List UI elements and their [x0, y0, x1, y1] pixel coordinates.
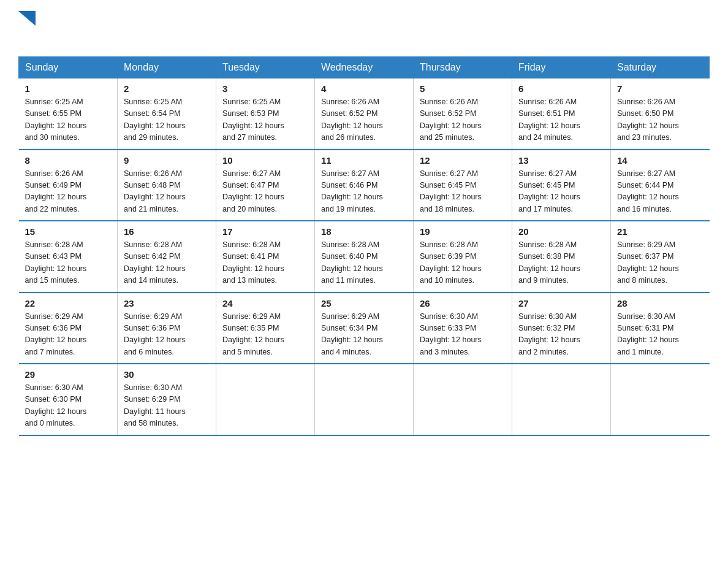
- day-number: 25: [321, 298, 407, 308]
- day-info: Sunrise: 6:30 AMSunset: 6:31 PMDaylight:…: [617, 311, 703, 359]
- day-number: 13: [518, 155, 604, 166]
- day-info: Sunrise: 6:25 AMSunset: 6:55 PMDaylight:…: [25, 96, 112, 144]
- calendar-table: SundayMondayTuesdayWednesdayThursdayFrid…: [18, 56, 710, 436]
- day-number: 12: [420, 155, 506, 166]
- day-number: 2: [124, 83, 210, 94]
- day-info: Sunrise: 6:28 AMSunset: 6:38 PMDaylight:…: [518, 239, 604, 287]
- weekday-header-thursday: Thursday: [414, 57, 512, 79]
- day-info: Sunrise: 6:26 AMSunset: 6:50 PMDaylight:…: [617, 96, 703, 144]
- day-number: 3: [222, 83, 308, 94]
- weekday-header-friday: Friday: [512, 57, 611, 79]
- calendar-cell: 26 Sunrise: 6:30 AMSunset: 6:33 PMDaylig…: [414, 293, 512, 364]
- day-number: 22: [25, 298, 112, 308]
- calendar-cell: 22 Sunrise: 6:29 AMSunset: 6:36 PMDaylig…: [19, 293, 118, 364]
- day-number: 6: [518, 83, 604, 94]
- day-number: 21: [617, 226, 703, 237]
- day-number: 17: [222, 226, 308, 237]
- calendar-cell: 12 Sunrise: 6:27 AMSunset: 6:45 PMDaylig…: [414, 150, 512, 221]
- day-number: 18: [321, 226, 407, 237]
- day-info: Sunrise: 6:26 AMSunset: 6:48 PMDaylight:…: [124, 168, 210, 216]
- calendar-cell: 2 Sunrise: 6:25 AMSunset: 6:54 PMDayligh…: [118, 79, 216, 150]
- calendar-cell: 15 Sunrise: 6:28 AMSunset: 6:43 PMDaylig…: [19, 221, 118, 293]
- day-info: Sunrise: 6:26 AMSunset: 6:51 PMDaylight:…: [518, 96, 604, 144]
- calendar-cell: [611, 364, 710, 435]
- weekday-header-row: SundayMondayTuesdayWednesdayThursdayFrid…: [19, 57, 710, 79]
- calendar-cell: 17 Sunrise: 6:28 AMSunset: 6:41 PMDaylig…: [216, 221, 315, 293]
- weekday-header-saturday: Saturday: [611, 57, 710, 79]
- calendar-cell: [216, 364, 315, 435]
- day-info: Sunrise: 6:30 AMSunset: 6:29 PMDaylight:…: [124, 382, 210, 430]
- day-number: 16: [124, 226, 210, 237]
- day-number: 14: [617, 155, 703, 166]
- day-info: Sunrise: 6:29 AMSunset: 6:37 PMDaylight:…: [617, 239, 703, 287]
- day-info: Sunrise: 6:27 AMSunset: 6:45 PMDaylight:…: [420, 168, 506, 216]
- day-number: 8: [25, 155, 112, 166]
- day-info: Sunrise: 6:28 AMSunset: 6:42 PMDaylight:…: [124, 239, 210, 287]
- logo-triangle-icon: [18, 11, 36, 26]
- day-number: 19: [420, 226, 506, 237]
- day-info: Sunrise: 6:29 AMSunset: 6:35 PMDaylight:…: [222, 311, 308, 359]
- day-number: 4: [321, 83, 407, 94]
- header: [18, 12, 710, 47]
- day-info: Sunrise: 6:28 AMSunset: 6:40 PMDaylight:…: [321, 239, 407, 287]
- calendar-cell: 21 Sunrise: 6:29 AMSunset: 6:37 PMDaylig…: [611, 221, 710, 293]
- logo-text: [18, 12, 36, 47]
- day-number: 28: [617, 298, 703, 308]
- calendar-cell: 28 Sunrise: 6:30 AMSunset: 6:31 PMDaylig…: [611, 293, 710, 364]
- week-row-4: 22 Sunrise: 6:29 AMSunset: 6:36 PMDaylig…: [19, 293, 710, 364]
- calendar-cell: [315, 364, 414, 435]
- day-info: Sunrise: 6:29 AMSunset: 6:36 PMDaylight:…: [25, 311, 112, 359]
- calendar-cell: 1 Sunrise: 6:25 AMSunset: 6:55 PMDayligh…: [19, 79, 118, 150]
- day-info: Sunrise: 6:27 AMSunset: 6:45 PMDaylight:…: [518, 168, 604, 216]
- calendar-cell: 5 Sunrise: 6:26 AMSunset: 6:52 PMDayligh…: [414, 79, 512, 150]
- calendar-cell: 16 Sunrise: 6:28 AMSunset: 6:42 PMDaylig…: [118, 221, 216, 293]
- day-number: 7: [617, 83, 703, 94]
- day-info: Sunrise: 6:27 AMSunset: 6:47 PMDaylight:…: [222, 168, 308, 216]
- day-number: 15: [25, 226, 112, 237]
- day-number: 23: [124, 298, 210, 308]
- calendar-cell: 11 Sunrise: 6:27 AMSunset: 6:46 PMDaylig…: [315, 150, 414, 221]
- day-info: Sunrise: 6:28 AMSunset: 6:41 PMDaylight:…: [222, 239, 308, 287]
- day-number: 27: [518, 298, 604, 308]
- day-number: 26: [420, 298, 506, 308]
- calendar-cell: 29 Sunrise: 6:30 AMSunset: 6:30 PMDaylig…: [19, 364, 118, 435]
- calendar-cell: [414, 364, 512, 435]
- calendar-cell: 10 Sunrise: 6:27 AMSunset: 6:47 PMDaylig…: [216, 150, 315, 221]
- calendar-cell: 6 Sunrise: 6:26 AMSunset: 6:51 PMDayligh…: [512, 79, 611, 150]
- day-number: 10: [222, 155, 308, 166]
- logo: [18, 12, 36, 47]
- calendar-cell: 25 Sunrise: 6:29 AMSunset: 6:34 PMDaylig…: [315, 293, 414, 364]
- weekday-header-wednesday: Wednesday: [315, 57, 414, 79]
- calendar-cell: 9 Sunrise: 6:26 AMSunset: 6:48 PMDayligh…: [118, 150, 216, 221]
- day-info: Sunrise: 6:26 AMSunset: 6:49 PMDaylight:…: [25, 168, 112, 216]
- day-info: Sunrise: 6:26 AMSunset: 6:52 PMDaylight:…: [420, 96, 506, 144]
- svg-marker-0: [18, 11, 36, 26]
- calendar-cell: 20 Sunrise: 6:28 AMSunset: 6:38 PMDaylig…: [512, 221, 611, 293]
- day-number: 9: [124, 155, 210, 166]
- weekday-header-tuesday: Tuesday: [216, 57, 315, 79]
- weekday-header-sunday: Sunday: [19, 57, 118, 79]
- day-info: Sunrise: 6:30 AMSunset: 6:30 PMDaylight:…: [25, 382, 112, 430]
- day-number: 30: [124, 369, 210, 380]
- day-info: Sunrise: 6:29 AMSunset: 6:34 PMDaylight:…: [321, 311, 407, 359]
- day-info: Sunrise: 6:29 AMSunset: 6:36 PMDaylight:…: [124, 311, 210, 359]
- day-info: Sunrise: 6:26 AMSunset: 6:52 PMDaylight:…: [321, 96, 407, 144]
- day-info: Sunrise: 6:27 AMSunset: 6:44 PMDaylight:…: [617, 168, 703, 216]
- calendar-cell: [512, 364, 611, 435]
- day-info: Sunrise: 6:28 AMSunset: 6:39 PMDaylight:…: [420, 239, 506, 287]
- week-row-3: 15 Sunrise: 6:28 AMSunset: 6:43 PMDaylig…: [19, 221, 710, 293]
- calendar-cell: 23 Sunrise: 6:29 AMSunset: 6:36 PMDaylig…: [118, 293, 216, 364]
- weekday-header-monday: Monday: [118, 57, 216, 79]
- calendar-cell: 30 Sunrise: 6:30 AMSunset: 6:29 PMDaylig…: [118, 364, 216, 435]
- day-number: 1: [25, 83, 112, 94]
- day-number: 5: [420, 83, 506, 94]
- calendar-cell: 4 Sunrise: 6:26 AMSunset: 6:52 PMDayligh…: [315, 79, 414, 150]
- day-info: Sunrise: 6:25 AMSunset: 6:54 PMDaylight:…: [124, 96, 210, 144]
- calendar-cell: 24 Sunrise: 6:29 AMSunset: 6:35 PMDaylig…: [216, 293, 315, 364]
- calendar-cell: 7 Sunrise: 6:26 AMSunset: 6:50 PMDayligh…: [611, 79, 710, 150]
- calendar-cell: 14 Sunrise: 6:27 AMSunset: 6:44 PMDaylig…: [611, 150, 710, 221]
- week-row-5: 29 Sunrise: 6:30 AMSunset: 6:30 PMDaylig…: [19, 364, 710, 435]
- day-info: Sunrise: 6:30 AMSunset: 6:32 PMDaylight:…: [518, 311, 604, 359]
- day-info: Sunrise: 6:28 AMSunset: 6:43 PMDaylight:…: [25, 239, 112, 287]
- calendar-cell: 19 Sunrise: 6:28 AMSunset: 6:39 PMDaylig…: [414, 221, 512, 293]
